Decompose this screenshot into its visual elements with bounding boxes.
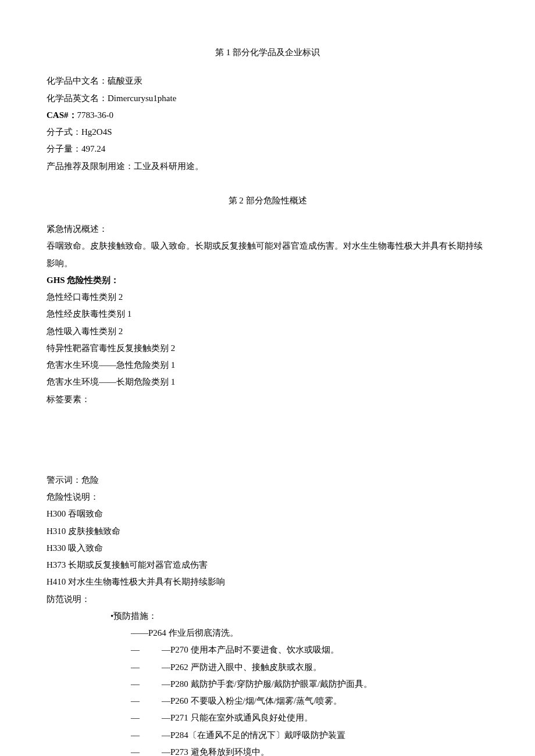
pictogram-placeholder — [47, 408, 488, 472]
section-1-title: 第 1 部分化学品及企业标识 — [47, 44, 488, 61]
hazard-statement: H310 皮肤接触致命 — [47, 523, 488, 540]
name-en-label: 化学品英文名： — [47, 94, 108, 103]
name-en-line: 化学品英文名：Dimercurysu1phate — [47, 90, 488, 107]
name-en-value: Dimercurysu1phate — [108, 94, 176, 103]
formula-line: 分子式：Hg2O4S — [47, 124, 488, 141]
precaution-label: 防范说明： — [47, 591, 488, 608]
hazard-statement: H330 吸入致命 — [47, 540, 488, 557]
emergency-text: 吞咽致命。皮肤接触致命。吸入致命。长期或反复接触可能对器官造成伤害。对水生生物毒… — [47, 238, 488, 272]
ghs-item: 急性经口毒性类别 2 — [47, 289, 488, 306]
dash-icon: — — [131, 679, 140, 689]
use-label: 产品推荐及限制用途： — [47, 162, 134, 171]
section-2-title: 第 2 部分危险性概述 — [47, 192, 488, 209]
dash-icon: — — [131, 730, 140, 740]
name-zh-line: 化学品中文名：硫酸亚汞 — [47, 73, 488, 89]
prevention-item: ——P264 作业后彻底清洗。 — [47, 625, 488, 642]
prevention-item: ——P271 只能在室外或通风良好处使用。 — [47, 710, 488, 726]
use-line: 产品推荐及限制用途：工业及科研用途。 — [47, 158, 488, 175]
prevention-text: —P262 严防进入眼中、接触皮肤或衣服。 — [162, 662, 322, 672]
emergency-label: 紧急情况概述： — [47, 221, 488, 238]
cas-label: CAS#： — [47, 110, 77, 120]
ghs-item: 急性经皮肤毒性类别 1 — [47, 306, 488, 323]
prevention-item: ——P284〔在通风不足的情况下〕戴呼吸防护装置 — [47, 727, 488, 744]
prevention-text: —P273 避免释放到环境中。 — [162, 747, 269, 756]
signal-word-line: 警示词：危险 — [47, 472, 488, 489]
prevention-text: —P270 使用本产品时不要进食、饮水或吸烟。 — [162, 645, 339, 654]
weight-label: 分子量： — [47, 144, 81, 153]
ghs-label-text: GHS 危险性类别： — [47, 275, 119, 285]
ghs-item: 特异性靶器官毒性反复接触类别 2 — [47, 340, 488, 357]
ghs-item: 危害水生环境——急性危险类别 1 — [47, 357, 488, 374]
hazard-statement: H300 吞咽致命 — [47, 506, 488, 522]
label-elements: 标签要素： — [47, 391, 488, 408]
formula-label: 分子式： — [47, 127, 81, 137]
ghs-item: 危害水生环境——长期危险类别 1 — [47, 374, 488, 390]
hazard-statement: H410 对水生生物毒性极大并具有长期持续影响 — [47, 574, 488, 590]
cas-line: CAS#：7783-36-0 — [47, 107, 488, 124]
prevention-item: ——P260 不要吸入粉尘/烟/气体/烟雾/蒸气/喷雾。 — [47, 693, 488, 710]
dash-icon: — — [131, 713, 140, 722]
prevention-item: ——P280 戴防护手套/穿防护服/戴防护眼罩/戴防护面具。 — [47, 676, 488, 693]
dash-icon: — — [131, 747, 140, 756]
prevention-item: ——P273 避免释放到环境中。 — [47, 744, 488, 756]
ghs-item: 急性吸入毒性类别 2 — [47, 323, 488, 340]
prevention-heading: •预防措施： — [47, 608, 488, 625]
dash-icon: — — [131, 696, 140, 705]
prevention-text: —P260 不要吸入粉尘/烟/气体/烟雾/蒸气/喷雾。 — [162, 696, 342, 705]
prevention-text: —P280 戴防护手套/穿防护服/戴防护眼罩/戴防护面具。 — [162, 679, 372, 689]
dash-icon: — — [131, 662, 140, 672]
formula-value: Hg2O4S — [81, 127, 112, 137]
use-value: 工业及科研用途。 — [134, 162, 204, 171]
prevention-text: —P271 只能在室外或通风良好处使用。 — [162, 713, 313, 722]
cas-value: 7783-36-0 — [77, 110, 114, 120]
weight-line: 分子量：497.24 — [47, 141, 488, 157]
signal-word-value: 危险 — [81, 475, 99, 485]
hazard-statements-label: 危险性说明： — [47, 489, 488, 506]
name-zh-value: 硫酸亚汞 — [108, 76, 142, 85]
dash-icon: — — [131, 645, 140, 654]
weight-value: 497.24 — [81, 144, 105, 153]
prevention-item: ——P270 使用本产品时不要进食、饮水或吸烟。 — [47, 642, 488, 658]
name-zh-label: 化学品中文名： — [47, 76, 108, 85]
prevention-text: —P284〔在通风不足的情况下〕戴呼吸防护装置 — [162, 730, 345, 740]
hazard-statement: H373 长期或反复接触可能对器官造成伤害 — [47, 557, 488, 574]
prevention-item: ——P262 严防进入眼中、接触皮肤或衣服。 — [47, 659, 488, 676]
signal-word-label: 警示词： — [47, 475, 81, 485]
ghs-label: GHS 危险性类别： — [47, 272, 488, 289]
